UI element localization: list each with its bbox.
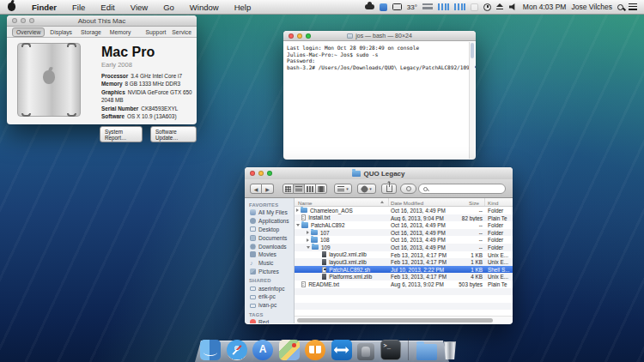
dock-item-app-store[interactable]	[252, 340, 273, 360]
menu-go[interactable]: Go	[155, 0, 182, 15]
terminal-scrollbar[interactable]	[469, 42, 475, 159]
column-view-button[interactable]	[305, 184, 316, 194]
sidebar-item-applications[interactable]: Applications	[245, 217, 294, 226]
menu-window[interactable]: Window	[182, 0, 227, 15]
spotlight-icon[interactable]	[617, 4, 623, 10]
close-button[interactable]	[250, 171, 255, 176]
column-header-kind[interactable]: Kind	[488, 200, 498, 206]
user-menu[interactable]: Jose Vilches	[571, 3, 612, 11]
coverflow-view-button[interactable]	[316, 184, 327, 194]
dock-item-terminal[interactable]	[380, 340, 401, 360]
sidebar-item-erik-pc[interactable]: erik-pc	[245, 293, 294, 301]
link-support[interactable]: Support	[146, 29, 167, 35]
sidebar-item-red[interactable]: Red	[245, 318, 294, 323]
cloud-status-icon[interactable]	[365, 4, 374, 9]
dock-item-trash[interactable]	[442, 340, 458, 360]
table-row[interactable]: PatchALC892Oct 16, 2013, 4:49 PM--Folder	[295, 221, 513, 229]
terminal-output[interactable]: Last login: Mon Oct 28 09:28:49 on conso…	[283, 41, 476, 159]
link-service[interactable]: Service	[172, 29, 191, 35]
scrollbar-thumb[interactable]	[471, 43, 474, 58]
faded-status-icon[interactable]	[471, 3, 478, 11]
table-row[interactable]: Install.txtAug 6, 2013, 9:04 PM82 bytesP…	[295, 214, 513, 222]
sidebar-item-desktop[interactable]: Desktop	[245, 226, 294, 234]
table-row[interactable]: 108Oct 16, 2013, 4:49 PM--Folder	[295, 236, 513, 244]
blue-app-status-icon[interactable]	[380, 3, 387, 11]
disclosure-triangle-icon[interactable]	[307, 231, 309, 234]
menu-finder[interactable]: Finder	[24, 0, 64, 15]
sidebar-item-movies[interactable]: Movies	[245, 250, 294, 259]
table-row[interactable]: layout3.xml.zlibFeb 13, 2013, 4:17 PM1 K…	[295, 258, 513, 266]
sidebar-item-downloads[interactable]: Downloads	[245, 242, 294, 250]
istat-clock-icon[interactable]	[483, 3, 491, 11]
action-button[interactable]: ▾	[357, 184, 376, 194]
tab-storage[interactable]: Storage	[77, 28, 105, 36]
terminal-titlebar[interactable]: jos — bash — 80×24	[283, 31, 476, 41]
menu-file[interactable]: File	[64, 0, 93, 15]
arrange-button[interactable]: ▾	[334, 184, 352, 194]
display-status-icon[interactable]	[392, 3, 402, 10]
dock-item-safari[interactable]	[227, 340, 247, 360]
scrollbar-thumb[interactable]	[297, 318, 493, 323]
disclosure-triangle-icon[interactable]	[296, 208, 299, 212]
finder-titlebar[interactable]: QUO Legacy	[245, 167, 513, 179]
dock-item-teamviewer[interactable]	[331, 340, 352, 360]
menu-edit[interactable]: Edit	[93, 0, 122, 15]
column-divider[interactable]	[484, 198, 485, 206]
sidebar-item-pictures[interactable]: Pictures	[245, 267, 294, 275]
back-button[interactable]: ◀	[250, 184, 262, 194]
column-divider[interactable]	[388, 198, 389, 206]
network-stats-icon[interactable]	[422, 3, 433, 10]
dock-item-ibooks[interactable]	[305, 340, 325, 360]
zoom-button[interactable]	[29, 18, 34, 23]
dock-item-downloads-folder[interactable]	[416, 340, 437, 360]
table-row[interactable]: Chameleon_AOSOct 16, 2013, 4:49 PM--Fold…	[295, 207, 513, 214]
sidebar-item-all-my-files[interactable]: All My Files	[245, 208, 294, 217]
temperature-status[interactable]: 33°	[407, 3, 417, 11]
sidebar-item-aserinfopc[interactable]: aserinfopc	[245, 284, 294, 293]
minimize-button[interactable]	[258, 171, 264, 176]
menu-view[interactable]: View	[123, 0, 155, 15]
close-button[interactable]	[289, 33, 294, 39]
close-button[interactable]	[12, 18, 17, 23]
table-row[interactable]: PatchALC892.shJul 10, 2013, 2:22 PM1 KBS…	[295, 266, 513, 274]
minimize-button[interactable]	[21, 18, 26, 23]
tab-displays[interactable]: Displays	[46, 28, 76, 36]
column-header-date[interactable]: Date Modified	[391, 200, 423, 206]
menu-bar-clock[interactable]: Mon 4:03 PM	[523, 3, 567, 11]
dock-item-automator[interactable]	[357, 343, 374, 360]
disclosure-triangle-icon[interactable]	[296, 224, 300, 226]
tags-button[interactable]	[400, 184, 416, 194]
share-button[interactable]	[381, 184, 397, 194]
horizontal-scrollbar[interactable]	[295, 316, 513, 323]
minimize-button[interactable]	[297, 33, 302, 39]
table-row[interactable]: 109Oct 16, 2013, 4:49 PM--Folder	[295, 244, 513, 251]
forward-button[interactable]: ▶	[262, 184, 274, 194]
tab-overview[interactable]: Overview	[12, 27, 45, 37]
sidebar-item-music[interactable]: Music	[245, 259, 294, 268]
column-header-size[interactable]: Size	[469, 200, 479, 206]
disclosure-triangle-icon[interactable]	[307, 238, 309, 242]
table-row[interactable]: Platforms.xml.zlibFeb 13, 2013, 4:17 PM4…	[295, 273, 513, 281]
memory-bars-icon[interactable]	[454, 3, 465, 10]
table-row[interactable]: README.txtAug 6, 2013, 9:02 PM503 bytesP…	[295, 281, 513, 288]
table-row[interactable]: layout2.xml.zlibFeb 13, 2013, 4:17 PM1 K…	[295, 251, 513, 259]
eject-icon[interactable]	[496, 3, 504, 11]
zoom-button[interactable]	[267, 171, 272, 176]
notification-center-icon[interactable]	[629, 3, 637, 10]
list-view-button[interactable]	[294, 184, 305, 194]
search-field[interactable]	[418, 184, 506, 194]
menu-help[interactable]: Help	[227, 0, 259, 15]
volume-icon[interactable]	[509, 3, 518, 11]
tab-memory[interactable]: Memory	[106, 28, 135, 36]
column-header-name[interactable]: Name	[298, 200, 313, 206]
icon-view-button[interactable]	[283, 184, 294, 194]
dock-item-finder[interactable]	[200, 340, 221, 360]
software-update-button[interactable]: Software Update…	[150, 126, 197, 142]
sidebar-item-documents[interactable]: Documents	[245, 233, 294, 242]
system-report-button[interactable]: System Report…	[100, 126, 143, 142]
about-titlebar[interactable]: About This Mac	[7, 15, 197, 27]
cpu-bars-icon[interactable]	[438, 3, 449, 10]
table-row[interactable]: 107Oct 16, 2013, 4:49 PM--Folder	[295, 229, 513, 237]
zoom-button[interactable]	[306, 33, 311, 39]
disclosure-triangle-icon[interactable]	[307, 246, 310, 249]
